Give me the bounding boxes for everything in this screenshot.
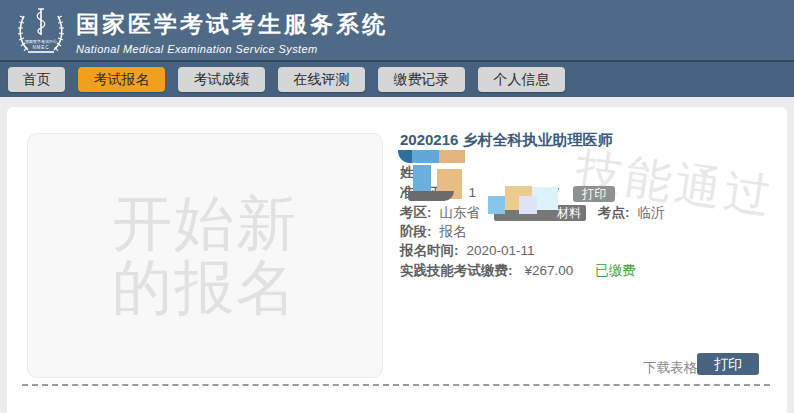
- tab-home[interactable]: 首页: [8, 67, 65, 92]
- page: 国家医学考试中心 NMEC 国家医学考试考生服务系统 National Medi…: [0, 0, 794, 413]
- exam-details: 2020216 乡村全科执业助理医师 姓名: 准考证号:17 打印 考区:山东省…: [400, 131, 780, 283]
- ticket-partial-digit: 7: [552, 185, 560, 200]
- tab-payment-records[interactable]: 缴费记录: [378, 67, 465, 92]
- area-row: 考区:山东省材料考点:临沂: [400, 205, 780, 219]
- new-registration-box[interactable]: 开始新 的报名: [27, 133, 383, 378]
- content-card: 开始新 的报名 技能通过 2020216 乡村全科执业助理医师 姓名: 准考证号…: [7, 107, 787, 413]
- main-nav: 首页 考试报名 考试成绩 在线评测 缴费记录 个人信息: [0, 60, 794, 97]
- reg-time-row: 报名时间:2020-01-11: [400, 244, 780, 258]
- reg-time-value: 2020-01-11: [467, 243, 535, 258]
- area-label: 考区:: [400, 205, 432, 220]
- exam-code: 2020216: [400, 131, 458, 148]
- name-row: 姓名:: [400, 166, 780, 180]
- site-label: 考点:: [598, 205, 630, 220]
- ticket-row: 准考证号:17 打印: [400, 186, 780, 200]
- site-value: 临沂: [638, 205, 665, 220]
- reg-time-label: 报名时间:: [400, 243, 459, 258]
- ticket-partial-digit: 1: [469, 185, 477, 200]
- app-header: 国家医学考试中心 NMEC 国家医学考试考生服务系统 National Medi…: [0, 0, 794, 62]
- nmec-logo-icon: 国家医学考试中心 NMEC: [16, 6, 66, 58]
- download-form-link[interactable]: 下载表格: [643, 359, 697, 377]
- tab-personal-info[interactable]: 个人信息: [478, 67, 565, 92]
- tab-exam-registration[interactable]: 考试报名: [78, 67, 165, 92]
- tab-online-assessment[interactable]: 在线评测: [278, 67, 365, 92]
- section-divider: [22, 384, 770, 386]
- stage-value: 报名: [440, 224, 467, 239]
- materials-button[interactable]: 材料: [494, 205, 586, 221]
- tab-exam-results[interactable]: 考试成绩: [178, 67, 265, 92]
- app-subtitle: National Medical Examination Service Sys…: [76, 43, 388, 55]
- fee-row: 实践技能考试缴费:¥267.00已缴费: [400, 264, 780, 278]
- new-registration-text-line1: 开始新: [112, 192, 298, 256]
- name-label: 姓名:: [400, 165, 432, 180]
- app-title: 国家医学考试考生服务系统: [76, 9, 388, 40]
- fee-paid-status: 已缴费: [595, 263, 636, 278]
- exam-name: 乡村全科执业助理医师: [463, 131, 613, 148]
- print-button[interactable]: 打印: [697, 353, 759, 375]
- logo-org-abbr: NMEC: [16, 45, 66, 50]
- new-registration-text-line2: 的报名: [112, 256, 298, 320]
- print-ticket-button[interactable]: 打印: [573, 186, 615, 202]
- ticket-label: 准考证号:: [400, 185, 459, 200]
- logo-org-name: 国家医学考试中心: [16, 39, 66, 44]
- exam-title: 2020216 乡村全科执业助理医师: [400, 131, 780, 150]
- area-value: 山东省: [440, 205, 481, 220]
- fee-label: 实践技能考试缴费:: [400, 263, 513, 278]
- stage-label: 阶段:: [400, 224, 432, 239]
- stage-row: 阶段:报名: [400, 225, 780, 239]
- fee-amount: ¥267.00: [525, 263, 574, 278]
